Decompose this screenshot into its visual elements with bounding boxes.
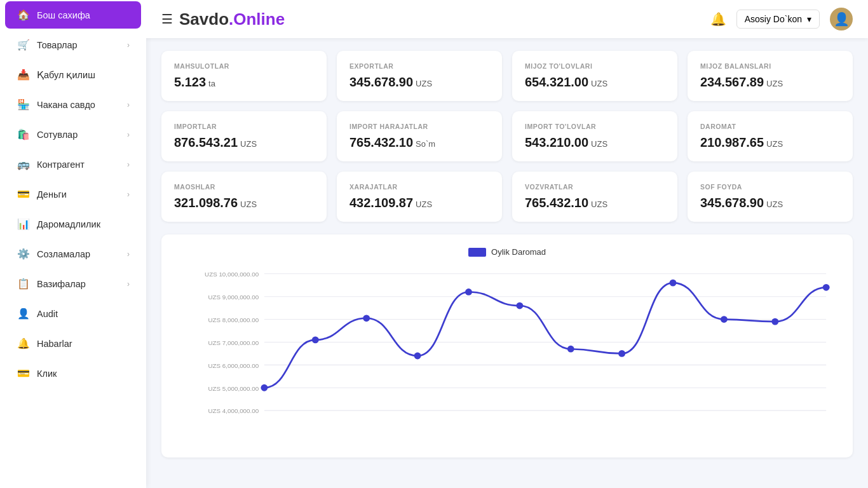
- stat-card-8: MAOSHLAR 321.098.76UZS: [161, 172, 327, 222]
- svg-point-25: [823, 284, 830, 291]
- money-icon: 💳: [17, 188, 31, 200]
- stat-label: IMPORTLAR: [174, 123, 314, 130]
- sidebar-item-label: Контрагент: [37, 159, 85, 170]
- chart-container: Oylik Daromad UZS 10,000,000.00UZS 9,000…: [161, 234, 853, 458]
- stats-grid: MAHSULOTLAR 5.123ta EXPORTLAR 345.678.90…: [161, 51, 853, 222]
- legend-swatch: [468, 248, 486, 257]
- stat-card-3: MIJOZ BALANSLARI 234.567.89UZS: [688, 51, 853, 101]
- stat-value: 765.432.10UZS: [525, 196, 665, 210]
- sales-icon: 🛍️: [17, 128, 31, 140]
- stat-unit: UZS: [591, 139, 607, 149]
- avatar[interactable]: 👤: [830, 8, 853, 30]
- sidebar-item-news[interactable]: 🔔 Habarlar: [5, 330, 141, 357]
- stat-unit: UZS: [766, 139, 783, 149]
- stat-value: 321.098.76UZS: [174, 196, 314, 210]
- stat-label: SOF FOYDA: [700, 183, 840, 191]
- sidebar-item-label: Бош сахифа: [37, 10, 90, 20]
- stat-card-6: IMPORT TO'LOVLAR 543.210.00UZS: [512, 111, 677, 161]
- news-icon: 🔔: [17, 337, 31, 349]
- stat-label: VOZVRATLAR: [525, 183, 665, 191]
- chevron-icon: ›: [127, 250, 130, 259]
- stat-card-10: VOZVRATLAR 765.432.10UZS: [512, 172, 677, 222]
- sidebar-item-label: Даромадлилик: [37, 219, 100, 229]
- home-icon: 🏠: [17, 9, 31, 21]
- stat-unit: UZS: [591, 79, 607, 88]
- svg-point-15: [312, 336, 319, 343]
- stat-label: XARAJATLAR: [349, 183, 489, 191]
- legend-label: Oylik Daromad: [491, 247, 546, 257]
- chevron-icon: ›: [127, 100, 130, 109]
- svg-point-23: [721, 316, 728, 323]
- svg-point-24: [771, 318, 778, 325]
- retail-icon: 🏪: [17, 98, 31, 111]
- stat-unit: UZS: [240, 200, 257, 209]
- stat-value: 432.109.87UZS: [349, 196, 489, 210]
- sidebar-item-sales[interactable]: 🛍️ Сотувлар ›: [5, 121, 141, 148]
- sidebar-item-home[interactable]: 🏠 Бош сахифа: [5, 1, 141, 29]
- svg-text:UZS 10,000,000.00: UZS 10,000,000.00: [205, 271, 259, 278]
- sidebar-item-label: Деньги: [37, 189, 67, 200]
- svg-text:UZS 9,000,000.00: UZS 9,000,000.00: [208, 294, 259, 301]
- chevron-icon: ›: [127, 130, 130, 139]
- stat-unit: UZS: [766, 79, 783, 88]
- sidebar-item-money[interactable]: 💳 Деньги ›: [5, 180, 141, 208]
- stat-unit: UZS: [766, 200, 783, 209]
- stat-value: 654.321.00UZS: [525, 75, 665, 90]
- svg-point-16: [363, 315, 370, 322]
- sidebar-item-label: Чакана савдо: [37, 100, 95, 110]
- chevron-icon: ›: [127, 160, 130, 169]
- stat-unit: UZS: [416, 200, 432, 209]
- stat-label: EXPORTLAR: [349, 62, 489, 70]
- sidebar-item-label: Қабул қилиш: [37, 70, 95, 80]
- sidebar-item-contractor[interactable]: 🚌 Контрагент ›: [5, 151, 141, 178]
- sidebar-item-tasks[interactable]: 📋 Вазифалар ›: [5, 270, 141, 297]
- svg-text:UZS 8,000,000.00: UZS 8,000,000.00: [208, 316, 259, 323]
- svg-point-22: [670, 280, 677, 287]
- stat-value: 345.678.90UZS: [700, 196, 840, 210]
- chevron-icon: ›: [127, 41, 130, 50]
- stat-label: MIJOZ TO'LOVLARI: [525, 62, 665, 70]
- stat-value: 210.987.65UZS: [700, 135, 840, 150]
- sidebar-item-retail[interactable]: 🏪 Чакана савдо ›: [5, 91, 141, 118]
- stat-card-1: EXPORTLAR 345.678.90UZS: [337, 51, 502, 101]
- store-select[interactable]: Asosiy Do`kon ▾: [736, 10, 820, 29]
- stat-label: IMPORT TO'LOVLAR: [525, 123, 665, 130]
- app-logo: Savdo.Online: [179, 10, 285, 29]
- sidebar-item-settings[interactable]: ⚙️ Созламалар ›: [5, 240, 141, 268]
- stat-label: MAOSHLAR: [174, 183, 314, 191]
- sidebar-item-audit[interactable]: 👤 Audit: [5, 300, 141, 327]
- chart-wrap: UZS 10,000,000.00UZS 9,000,000.00UZS 8,0…: [174, 267, 840, 445]
- content-area: MAHSULOTLAR 5.123ta EXPORTLAR 345.678.90…: [146, 38, 868, 488]
- chevron-icon: ›: [127, 280, 130, 288]
- svg-point-18: [465, 288, 472, 295]
- logo-online: Online: [233, 10, 285, 29]
- svg-text:UZS 7,000,000.00: UZS 7,000,000.00: [208, 339, 259, 346]
- sidebar-item-click[interactable]: 💳 Клик: [5, 360, 141, 387]
- stat-card-7: DAROMAT 210.987.65UZS: [688, 111, 853, 161]
- line-chart: UZS 10,000,000.00UZS 9,000,000.00UZS 8,0…: [174, 267, 840, 445]
- header-right: 🔔 Asosiy Do`kon ▾ 👤: [710, 8, 853, 30]
- stat-card-0: MAHSULOTLAR 5.123ta: [161, 51, 327, 101]
- stat-card-5: IMPORT HARAJATLAR 765.432.10So`m: [337, 111, 502, 161]
- stat-value: 345.678.90UZS: [349, 75, 489, 90]
- sidebar-item-label: Созламалар: [37, 249, 90, 259]
- stat-label: DAROMAT: [700, 123, 840, 130]
- click-icon: 💳: [17, 367, 31, 379]
- sidebar-item-label: Habarlar: [37, 339, 72, 349]
- sidebar-item-reception[interactable]: 📥 Қабул қилиш: [5, 61, 141, 88]
- sidebar: 🏠 Бош сахифа 🛒 Товарлар › 📥 Қабул қилиш …: [0, 0, 146, 488]
- logo-savdo: Savdo: [179, 10, 229, 29]
- stat-unit: UZS: [591, 200, 607, 209]
- audit-icon: 👤: [17, 308, 31, 320]
- stat-unit: UZS: [416, 79, 432, 88]
- chevron-icon: ›: [127, 190, 130, 199]
- sidebar-item-income[interactable]: 📊 Даромадлилик: [5, 210, 141, 238]
- sidebar-item-products[interactable]: 🛒 Товарлар ›: [5, 31, 141, 58]
- svg-text:UZS 6,000,000.00: UZS 6,000,000.00: [208, 362, 259, 369]
- notification-bell[interactable]: 🔔: [710, 11, 726, 27]
- menu-icon[interactable]: ☰: [161, 11, 173, 27]
- stat-label: MIJOZ BALANSLARI: [700, 62, 840, 70]
- sidebar-item-label: Товарлар: [37, 40, 78, 50]
- stat-label: MAHSULOTLAR: [174, 62, 314, 70]
- chevron-down-icon: ▾: [807, 14, 811, 24]
